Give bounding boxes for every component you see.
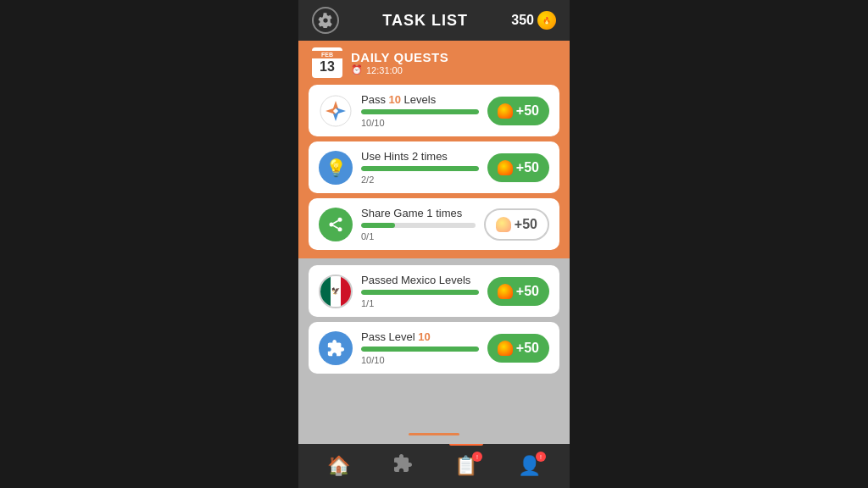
scroll-indicator [409,433,459,435]
timer-value: 12:31:00 [366,65,403,75]
svg-point-7 [338,227,342,231]
special-quests-section: 🦅 Passed Mexico Levels 1/1 +50 [298,258,570,444]
coin-area: 350 🔥 [511,11,556,30]
tasks-badge-container: 📋 ! [454,455,477,477]
flame-icon-2 [498,160,513,175]
phone-container: TASK LIST 350 🔥 FEB 13 DAILY QUESTS ⏰ 12… [298,0,570,488]
home-icon: 🏠 [327,455,350,477]
quest-card-share-game[interactable]: Share Game 1 times 0/1 +50 [309,198,559,250]
svg-line-9 [333,220,338,223]
daily-quests-info: DAILY QUESTS ⏰ 12:31:00 [351,50,448,75]
calendar-day: 13 [320,58,335,75]
quest-title-pass-levels: Pass 10 Levels [361,93,479,106]
progress-fill-share-game [361,223,395,228]
progress-bar-pass-levels [361,109,479,114]
svg-point-0 [320,96,351,126]
quest-icon-compass [319,94,353,128]
flame-icon-4 [498,284,513,299]
quest-card-pass-level-10[interactable]: Pass Level 10 10/10 +50 [309,322,559,374]
quest-card-use-hints[interactable]: 💡 Use Hints 2 times 2/2 +50 [309,141,559,193]
bottom-nav: 🏠 📋 ! 👤 ! [298,444,570,488]
coin-value: 350 [511,13,534,28]
reward-btn-pass-levels[interactable]: +50 [487,97,549,125]
progress-fill-pass-levels [361,109,479,114]
nav-item-tasks[interactable]: 📋 ! [445,444,487,488]
progress-fill-pass-level-10 [361,347,479,352]
quest-card-mexico-levels[interactable]: 🦅 Passed Mexico Levels 1/1 +50 [309,265,559,317]
reward-text-pass-levels: +50 [516,103,539,119]
quest-progress-pass-levels: 10/10 [361,118,479,128]
reward-text-use-hints: +50 [516,160,539,175]
gear-icon [318,13,333,28]
progress-fill-mexico-levels [361,290,479,295]
profile-badge-container: 👤 ! [518,455,541,477]
svg-point-5 [338,217,342,221]
quest-info-mexico-levels: Passed Mexico Levels 1/1 [361,274,479,308]
page-title: TASK LIST [382,12,468,30]
quest-icon-mexico-flag: 🦅 [319,274,353,308]
daily-quests-header: FEB 13 DAILY QUESTS ⏰ 12:31:00 [298,41,570,85]
calendar-month: FEB [312,51,342,58]
reward-btn-mexico-levels[interactable]: +50 [487,277,549,306]
svg-point-6 [330,222,334,226]
daily-quests-section: Pass 10 Levels 10/10 +50 💡 Use Hints 2 t… [298,85,570,258]
quest-info-share-game: Share Game 1 times 0/1 [361,207,476,241]
quest-title-pass-level-10: Pass Level 10 [361,330,479,343]
progress-bar-share-game [361,223,476,228]
reward-text-share-game: +50 [515,217,537,232]
quest-progress-share-game: 0/1 [361,231,476,241]
reward-text-pass-level-10: +50 [516,341,539,356]
quest-icon-share [319,208,353,241]
quest-progress-mexico-levels: 1/1 [361,298,479,308]
progress-bar-pass-level-10 [361,347,479,352]
quest-title-use-hints: Use Hints 2 times [361,150,479,163]
progress-bar-mexico-levels [361,290,479,295]
progress-fill-use-hints [361,166,479,171]
reward-btn-pass-level-10[interactable]: +50 [487,334,549,363]
reward-btn-use-hints[interactable]: +50 [487,153,549,182]
daily-quests-title: DAILY QUESTS [351,50,448,64]
calendar-icon: FEB 13 [312,47,342,78]
quest-icon-lightbulb: 💡 [319,151,353,185]
reward-text-mexico-levels: +50 [516,284,539,299]
nav-item-puzzle[interactable] [381,444,424,488]
flame-icon-1 [498,103,513,119]
nav-item-profile[interactable]: 👤 ! [509,444,551,488]
nav-active-indicator [449,444,483,446]
settings-button[interactable] [312,7,339,34]
reward-btn-share-game[interactable]: +50 [484,208,549,241]
quest-info-pass-level-10: Pass Level 10 10/10 [361,330,479,365]
flame-icon-5 [498,341,513,356]
tasks-badge: ! [472,452,482,462]
daily-quests-timer: ⏰ 12:31:00 [351,64,448,75]
quest-progress-pass-level-10: 10/10 [361,355,479,365]
quest-info-pass-levels: Pass 10 Levels 10/10 [361,93,479,128]
header: TASK LIST 350 🔥 [298,0,570,41]
svg-line-8 [333,225,338,228]
coin-icon: 🔥 [537,11,556,30]
quest-icon-puzzle [319,331,353,365]
quest-card-pass-levels[interactable]: Pass 10 Levels 10/10 +50 [309,85,559,136]
quest-title-mexico-levels: Passed Mexico Levels [361,274,479,286]
puzzle-icon [392,453,413,479]
nav-item-home[interactable]: 🏠 [318,444,360,488]
flame-icon-3 [496,217,511,232]
quest-title-share-game: Share Game 1 times [361,207,476,219]
quest-info-use-hints: Use Hints 2 times 2/2 [361,150,479,185]
quest-progress-use-hints: 2/2 [361,175,479,185]
profile-badge: ! [536,452,546,462]
progress-bar-use-hints [361,166,479,171]
